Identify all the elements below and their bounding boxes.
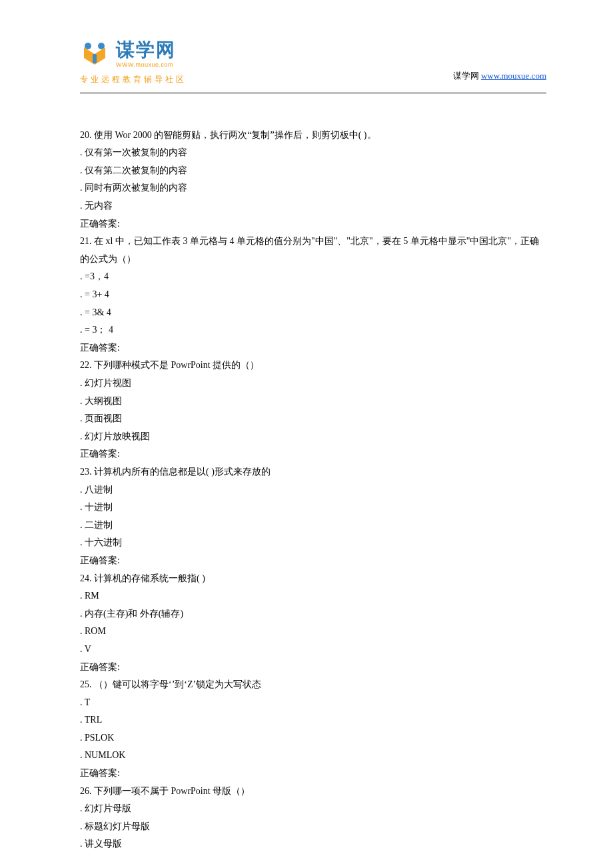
svg-rect-2 (93, 54, 97, 63)
q-option: . 仅有第一次被复制的内容 (80, 144, 546, 162)
q-option: . 八进制 (80, 481, 546, 499)
q-answer-label: 正确答案: (80, 552, 546, 570)
q-number: 24. (80, 573, 92, 583)
page-header: 谋学网 WWW.mouxue.com 专业远程教育辅导社区 谋学网 www.mo… (80, 40, 546, 87)
q-number: 21. (80, 236, 92, 246)
q-stem: 计算机内所有的信息都是以( )形式来存放的 (94, 467, 271, 477)
logo-title: 谋学网 (116, 40, 176, 61)
header-divider (80, 93, 546, 93)
question-21: 21. 在 xl 中，已知工作表 3 单元格与 4 单元格的值分别为"中国"、"… (80, 233, 546, 357)
q-option: . 内存(主存)和 外存(辅存) (80, 605, 546, 623)
q-number: 26. (80, 786, 92, 796)
question-25: 25. （）键可以将字母‘’到‘Z’锁定为大写状态 . T . TRL . PS… (80, 676, 546, 783)
q-option: . 页面视图 (80, 410, 546, 428)
q-option: . NUMLOK (80, 747, 546, 765)
q-option: . 幻灯片视图 (80, 375, 546, 393)
q-option: . 无内容 (80, 197, 546, 215)
q-answer-label: 正确答案: (80, 215, 546, 233)
q-option: . ROM (80, 623, 546, 641)
q-option: . V (80, 641, 546, 659)
svg-point-0 (85, 43, 91, 49)
logo-subtitle: 专业远程教育辅导社区 (80, 72, 187, 87)
question-20: 20. 使用 Wor 2000 的智能剪贴，执行两次“复制”操作后，则剪切板中(… (80, 127, 546, 233)
site-link[interactable]: www.mouxue.com (481, 71, 546, 81)
q-option: . RM (80, 587, 546, 605)
q-number: 25. (80, 679, 92, 689)
question-23: 23. 计算机内所有的信息都是以( )形式来存放的 . 八进制 . 十进制 . … (80, 463, 546, 570)
q-answer-label: 正确答案: (80, 339, 546, 357)
question-22: 22. 下列哪种模式不是 PowrPoint 提供的（） . 幻灯片视图 . 大… (80, 357, 546, 463)
q-answer-label: 正确答案: (80, 445, 546, 463)
q-stem: 在 xl 中，已知工作表 3 单元格与 4 单元格的值分别为"中国"、"北京"，… (80, 236, 539, 264)
header-right-prefix: 谋学网 (453, 71, 481, 81)
header-right: 谋学网 www.mouxue.com (453, 68, 546, 87)
q-stem: 使用 Wor 2000 的智能剪贴，执行两次“复制”操作后，则剪切板中( )。 (94, 130, 376, 140)
q-option: . = 3+ 4 (80, 286, 546, 304)
q-number: 20. (80, 130, 92, 140)
q-number: 22. (80, 360, 92, 370)
q-stem: （）键可以将字母‘’到‘Z’锁定为大写状态 (94, 679, 261, 689)
q-option: . = 3； 4 (80, 321, 546, 339)
q-option: . PSLOK (80, 729, 546, 747)
brand-icon (80, 42, 109, 69)
q-option: . 讲义母版 (80, 835, 546, 853)
q-option: . 幻灯片放映视图 (80, 428, 546, 446)
q-option: . 大纲视图 (80, 393, 546, 411)
logo-url-small: WWW.mouxue.com (116, 59, 176, 71)
q-stem: 计算机的存储系统一般指( ) (94, 573, 205, 583)
q-option: . 十进制 (80, 499, 546, 517)
q-answer-label: 正确答案: (80, 765, 546, 783)
question-26: 26. 下列哪一项不属于 PowrPoint 母版（） . 幻灯片母版 . 标题… (80, 783, 546, 853)
q-option: . T (80, 694, 546, 712)
q-option: . 幻灯片母版 (80, 800, 546, 818)
q-option: . 同时有两次被复制的内容 (80, 179, 546, 197)
q-option: . TRL (80, 711, 546, 729)
q-option: . 二进制 (80, 517, 546, 535)
q-option: . = 3& 4 (80, 304, 546, 322)
q-option: . 标题幻灯片母版 (80, 818, 546, 836)
q-stem: 下列哪种模式不是 PowrPoint 提供的（） (94, 360, 259, 370)
q-option: . =3，4 (80, 268, 546, 286)
q-stem: 下列哪一项不属于 PowrPoint 母版（） (94, 786, 250, 796)
question-24: 24. 计算机的存储系统一般指( ) . RM . 内存(主存)和 外存(辅存)… (80, 570, 546, 677)
q-number: 23. (80, 467, 92, 477)
logo-block: 谋学网 WWW.mouxue.com 专业远程教育辅导社区 (80, 40, 187, 87)
svg-point-1 (98, 43, 105, 49)
q-option: . 十六进制 (80, 534, 546, 552)
q-option: . 仅有第二次被复制的内容 (80, 162, 546, 180)
q-answer-label: 正确答案: (80, 659, 546, 677)
